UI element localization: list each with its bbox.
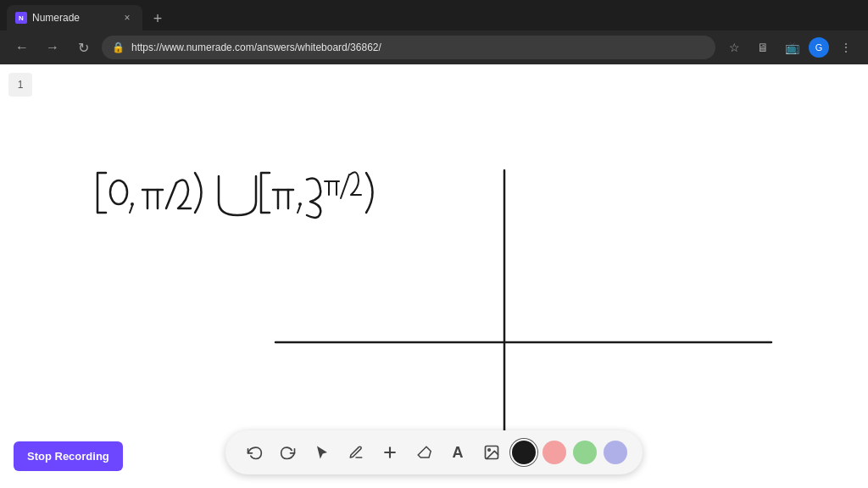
address-bar[interactable]: 🔒 https://www.numerade.com/answers/white… — [102, 36, 715, 59]
stop-recording-button[interactable]: Stop Recording — [14, 441, 123, 471]
color-green[interactable] — [573, 441, 597, 464]
color-black[interactable] — [512, 441, 536, 464]
tab-favicon: N — [15, 12, 27, 24]
svg-point-2 — [110, 180, 127, 204]
eraser-button[interactable] — [409, 437, 439, 468]
browser-frame: N Numerade × + ← → ↻ 🔒 https://www.numer… — [0, 0, 868, 488]
url-text: https://www.numerade.com/answers/whitebo… — [131, 42, 381, 53]
profile-avatar[interactable]: G — [809, 37, 829, 58]
forward-button[interactable]: → — [41, 36, 64, 59]
pen-tool-button[interactable] — [341, 437, 371, 468]
image-button[interactable] — [476, 437, 507, 468]
screenshot-button[interactable]: 🖥 — [751, 36, 775, 59]
active-tab[interactable]: N Numerade × — [7, 5, 142, 30]
redo-button[interactable] — [273, 437, 303, 468]
nav-right-controls: ☆ 🖥 📺 G ⋮ — [722, 36, 858, 59]
tab-bar: N Numerade × + — [0, 0, 868, 30]
navigation-bar: ← → ↻ 🔒 https://www.numerade.com/answers… — [0, 30, 868, 64]
color-lavender[interactable] — [604, 441, 627, 464]
svg-point-8 — [488, 449, 491, 452]
select-tool-button[interactable] — [307, 437, 337, 468]
tab-title: Numerade — [32, 12, 115, 24]
text-tool-button[interactable]: A — [442, 437, 473, 468]
more-button[interactable]: ⋮ — [834, 36, 858, 59]
drawing-canvas — [0, 64, 868, 488]
back-button[interactable]: ← — [10, 36, 34, 59]
undo-button[interactable] — [239, 437, 270, 468]
add-shape-button[interactable] — [375, 437, 405, 468]
color-pink[interactable] — [542, 441, 566, 464]
toolbar: A — [225, 430, 643, 474]
whiteboard[interactable]: 1 — [0, 64, 868, 488]
refresh-button[interactable]: ↻ — [71, 36, 95, 59]
tab-close-button[interactable]: × — [120, 11, 134, 25]
bookmark-button[interactable]: ☆ — [722, 36, 746, 59]
new-tab-button[interactable]: + — [146, 7, 170, 30]
cast-button[interactable]: 📺 — [780, 36, 804, 59]
lock-icon: 🔒 — [112, 42, 125, 53]
